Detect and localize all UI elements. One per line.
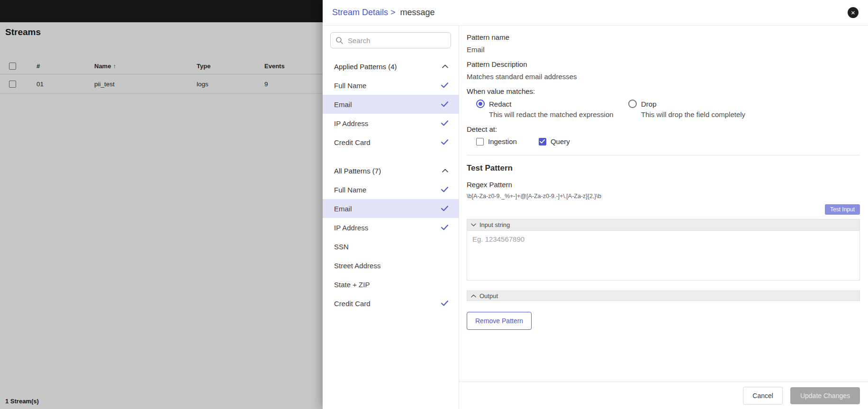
drop-description: This will drop the field completely [641, 110, 780, 118]
pattern-name-field: Pattern name Email [467, 33, 860, 54]
patterns-sidebar: Applied Patterns (4) Full Name Email IP … [323, 26, 459, 409]
all-patterns-list: Full Name Email IP Address SSN Street Ad… [323, 180, 459, 313]
check-icon [441, 120, 448, 126]
redact-radio[interactable] [476, 100, 485, 108]
ingestion-option[interactable]: Ingestion [476, 137, 517, 145]
check-icon [441, 139, 448, 145]
pattern-label: SSN [334, 243, 349, 251]
query-option[interactable]: Query [539, 137, 570, 145]
pattern-list-item[interactable]: Credit Card [323, 133, 459, 152]
pattern-description-label: Pattern Description [467, 60, 860, 68]
breadcrumb-stream-details-link[interactable]: Stream Details > [332, 8, 396, 18]
pattern-label: State + ZIP [334, 281, 370, 289]
remove-pattern-button[interactable]: Remove Pattern [467, 312, 532, 330]
chevron-up-icon [471, 294, 476, 298]
pattern-list-item[interactable]: SSN [323, 237, 459, 256]
pattern-list-item[interactable]: Street Address [323, 256, 459, 275]
test-pattern-title: Test Pattern [467, 164, 860, 173]
pattern-list-item[interactable]: Email [323, 199, 459, 218]
stream-details-drawer: Stream Details > message × Applied Patte… [323, 0, 868, 409]
pattern-label: Email [334, 100, 352, 109]
drawer-footer: Cancel Update Changes [459, 382, 868, 409]
check-icon [441, 101, 448, 107]
chevron-up-icon [442, 64, 448, 68]
pattern-name-value: Email [467, 45, 860, 54]
applied-patterns-list: Full Name Email IP Address Credit Card [323, 76, 459, 152]
query-label: Query [551, 137, 570, 145]
pattern-list-item[interactable]: Full Name [323, 180, 459, 199]
check-icon [441, 300, 448, 306]
pattern-description-field: Pattern Description Matches standard ema… [467, 60, 860, 81]
output-label: Output [479, 292, 498, 300]
pattern-label: Full Name [334, 186, 366, 194]
redact-description: This will redact the matched expression [489, 110, 628, 118]
redact-label: Redact [489, 100, 512, 108]
drop-radio[interactable] [628, 100, 637, 108]
chevron-down-icon [471, 223, 476, 227]
pattern-description-value: Matches standard email addresses [467, 73, 860, 81]
search-input[interactable] [347, 36, 446, 45]
detect-at-label: Detect at: [467, 125, 860, 133]
cancel-button[interactable]: Cancel [743, 387, 783, 405]
breadcrumb-current-field: message [400, 8, 435, 18]
all-patterns-title: All Patterns (7) [334, 167, 381, 175]
pattern-name-label: Pattern name [467, 33, 860, 41]
all-patterns-header[interactable]: All Patterns (7) [323, 161, 459, 180]
pattern-list-item[interactable]: IP Address [323, 218, 459, 237]
query-checkbox[interactable] [539, 138, 546, 145]
applied-patterns-title: Applied Patterns (4) [334, 63, 397, 71]
drawer-header: Stream Details > message × [323, 0, 868, 26]
test-input-button[interactable]: Test Input [825, 204, 860, 215]
update-changes-button[interactable]: Update Changes [790, 387, 860, 404]
test-input-textarea[interactable] [467, 230, 860, 281]
applied-patterns-header[interactable]: Applied Patterns (4) [323, 57, 459, 76]
section-divider [467, 155, 860, 155]
check-icon [441, 82, 448, 88]
regex-pattern-label: Regex Pattern [467, 181, 860, 189]
chevron-up-icon [442, 169, 448, 173]
pattern-list-item[interactable]: Credit Card [323, 294, 459, 313]
pattern-label: Credit Card [334, 300, 371, 308]
check-icon [441, 206, 448, 211]
pattern-list-item[interactable]: Full Name [323, 76, 459, 95]
pattern-label: IP Address [334, 224, 368, 232]
pattern-label: Full Name [334, 82, 366, 90]
close-icon[interactable]: × [848, 7, 859, 18]
pattern-list-item[interactable]: Email [323, 95, 459, 114]
pattern-search-box [330, 32, 451, 48]
pattern-details-panel: Pattern name Email Pattern Description M… [459, 26, 868, 409]
detect-at-checkboxes: Ingestion Query [467, 137, 860, 145]
output-collapse-bar[interactable]: Output [467, 291, 860, 301]
pattern-label: IP Address [334, 119, 368, 127]
match-action-radios: Redact This will redact the matched expr… [467, 100, 860, 118]
drop-label: Drop [641, 100, 657, 108]
pattern-label: Email [334, 205, 352, 213]
pattern-label: Credit Card [334, 138, 371, 146]
ingestion-checkbox[interactable] [476, 138, 484, 145]
check-icon [441, 225, 448, 230]
pattern-label: Street Address [334, 262, 380, 270]
check-icon [441, 187, 448, 192]
pattern-list-item[interactable]: State + ZIP [323, 275, 459, 294]
regex-pattern-value: \b[A-Za-z0-9._%+-]+@[A-Za-z0-9.-]+\.[A-Z… [467, 193, 860, 200]
input-string-label: Input string [479, 221, 510, 228]
redact-option[interactable]: Redact This will redact the matched expr… [476, 100, 628, 118]
search-icon [335, 36, 343, 44]
ingestion-label: Ingestion [488, 137, 517, 145]
pattern-list-item[interactable]: IP Address [323, 114, 459, 133]
drop-option[interactable]: Drop This will drop the field completely [628, 100, 780, 118]
input-string-collapse-bar[interactable]: Input string [467, 219, 860, 230]
when-value-matches-label: When value matches: [467, 87, 860, 95]
